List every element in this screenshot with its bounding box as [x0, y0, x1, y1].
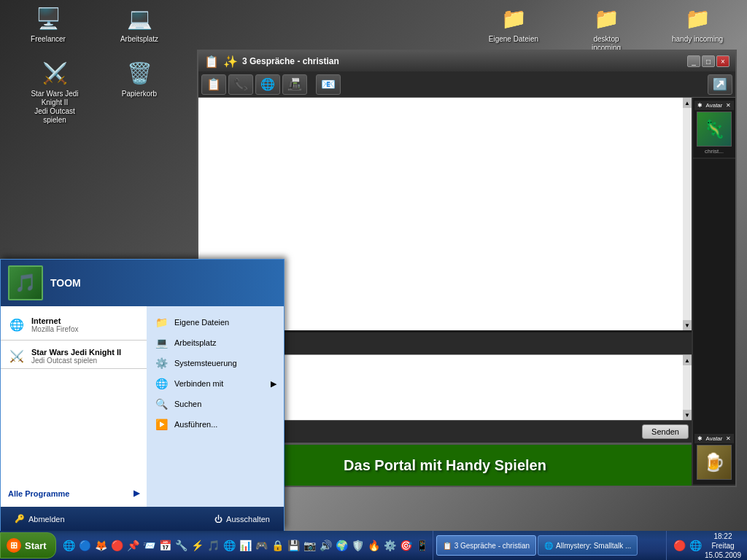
chat-sparkle: ✨ [223, 55, 238, 69]
ql-icon-17[interactable]: 🔊 [319, 538, 333, 553]
send-button[interactable]: Senden [642, 424, 689, 439]
ql-firefox[interactable]: 🌐 [62, 538, 77, 553]
ql-icon-12[interactable]: 📊 [239, 538, 253, 553]
clock-date: 15.05.2009 [705, 551, 741, 560]
ausfuehren-label: Ausführen... [174, 420, 217, 429]
ql-icon-20[interactable]: 🔥 [367, 538, 382, 553]
contact-1-avatar: 🦎 [697, 112, 732, 147]
ql-icon-21[interactable]: ⚙️ [383, 538, 398, 553]
ql-icon-23[interactable]: 📱 [415, 538, 430, 553]
right-suchen[interactable]: 🔍 Suchen [147, 394, 284, 414]
abmelden-label: Abmelden [28, 515, 65, 524]
start-menu-body: 🌐 Internet Mozilla Firefox ⚔️ Star Wars … [1, 306, 284, 507]
ql-icon-22[interactable]: 🎯 [399, 538, 414, 553]
task-allmystery[interactable]: 🌐 Allmystery: Smalltalk ... [538, 535, 638, 556]
desktop-icon-papierkorb[interactable]: 🗑️ Papierkorb [113, 58, 166, 98]
ql-icon-4[interactable]: 🔴 [110, 538, 125, 553]
desktop-icon-eigene-dateien[interactable]: 📁 Eigene Dateien [487, 4, 540, 44]
ql-icon-2[interactable]: 🔵 [78, 538, 93, 553]
abmelden-icon: 🔑 [15, 514, 25, 524]
right-ausfuehren[interactable]: ▶️ Ausführen... [147, 414, 284, 435]
close-button[interactable]: × [716, 55, 729, 67]
systemsteuerung-icon: ⚙️ [154, 356, 169, 370]
eigene-dateien-label: Eigene Dateien [174, 318, 229, 327]
right-eigene-dateien[interactable]: 📁 Eigene Dateien [147, 312, 284, 332]
contact-2-avatar: 🍺 [697, 445, 732, 480]
call-button[interactable]: 📞 [228, 74, 253, 95]
desktop-icon-freelancer[interactable]: 🖥️ Freelancer [22, 4, 74, 44]
contact-1-name: christ... [705, 148, 724, 155]
power-icon: ⏻ [214, 515, 222, 524]
firefox-label: Mozilla Firefox [31, 325, 139, 333]
minimize-button[interactable]: _ [687, 55, 700, 67]
taskbar-tasks: 📋 3 Gespräche - christian 🌐 Allmystery: … [433, 531, 666, 560]
desktop-icon-star-wars[interactable]: ⚔️ Star Wars Jedi Knight II Jedi Outcast… [22, 58, 88, 125]
ql-icon-6[interactable]: 📨 [142, 538, 157, 553]
right-systemsteuerung[interactable]: ⚙️ Systemsteuerung [147, 353, 284, 373]
ql-icon-8[interactable]: 🔧 [174, 538, 189, 553]
ql-icon-9[interactable]: ⚡ [190, 538, 205, 553]
user-avatar: 🎵 [8, 265, 43, 300]
desktop-icon-handy-incoming[interactable]: 📁 handy incoming [671, 4, 724, 44]
task-allmystery-icon: 🌐 [544, 542, 553, 550]
icon-label: Papierkorb [122, 90, 157, 98]
icon-label: handy incoming [672, 35, 723, 44]
ausschalten-button[interactable]: ⏻ Ausschalten [208, 512, 276, 526]
ql-icon-14[interactable]: 🔒 [271, 538, 285, 553]
menu-separator [1, 340, 147, 341]
desktop: 🖥️ Freelancer 💻 Arbeitsplatz ⚔️ Star War… [0, 0, 747, 560]
menu-item-star-wars[interactable]: ⚔️ Star Wars Jedi Knight II Jedi Outcast… [1, 343, 147, 368]
tray-icon-2[interactable]: 🌐 [689, 538, 703, 553]
ql-icon-18[interactable]: 🌍 [335, 538, 349, 553]
ql-icon-10[interactable]: 🎵 [206, 538, 221, 553]
star-wars-icon: ⚔️ [40, 58, 69, 88]
contact-2-header: ✱ Avatar ✕ [694, 434, 734, 443]
star-wars-menu-icon: ⚔️ [8, 347, 26, 365]
contact-1[interactable]: ✱ Avatar ✕ 🦎 christ... [693, 98, 735, 159]
desktop-icon-arbeitsplatz[interactable]: 💻 Arbeitsplatz [113, 4, 166, 44]
ql-icon-3[interactable]: 🦊 [94, 538, 109, 553]
task-allmystery-label: Allmystery: Smalltalk ... [556, 542, 631, 550]
user-name: TOOM [50, 277, 81, 289]
task-chat[interactable]: 📋 3 Gespräche - christian [436, 535, 536, 556]
ql-icon-16[interactable]: 📷 [303, 538, 317, 553]
icon-label: Arbeitsplatz [120, 35, 158, 44]
start-button[interactable]: ⊞ Start [0, 532, 56, 559]
handy-incoming-icon: 📁 [683, 4, 712, 33]
web-button[interactable]: 🌐 [255, 74, 280, 95]
chat-sidebar: ✱ Avatar ✕ 🦎 christ... ✱ Avatar ✕ [692, 98, 735, 486]
right-arbeitsplatz[interactable]: 💻 Arbeitsplatz [147, 332, 284, 353]
extra-button[interactable]: ↗️ [708, 74, 732, 95]
contact-2[interactable]: ✱ Avatar ✕ 🍺 [693, 431, 735, 486]
contact-1-avatar-label: Avatar [706, 102, 723, 109]
chat-title: 3 Gespräche - christian [242, 56, 683, 66]
start-menu-left: 🌐 Internet Mozilla Firefox ⚔️ Star Wars … [1, 306, 147, 507]
desktop-icon-desktop-incoming[interactable]: 📁 desktop incoming [580, 4, 632, 52]
right-verbinden[interactable]: 🌐 Verbinden mit ▶ [147, 373, 284, 394]
email-button[interactable]: 📧 [316, 74, 341, 95]
ql-icon-13[interactable]: 🎮 [255, 538, 269, 553]
taskbar-quick-launch: 🌐 🔵 🦊 🔴 📌 📨 📅 🔧 ⚡ 🎵 🌐 📊 🎮 🔒 💾 📷 🔊 🌍 🛡️ 🔥… [59, 531, 433, 560]
maximize-button[interactable]: □ [702, 55, 715, 67]
abmelden-button[interactable]: 🔑 Abmelden [8, 511, 71, 526]
chat-toolbar: 📋 📞 🌐 📠 📧 ↗️ [198, 71, 735, 98]
clock[interactable]: 18:22 Freitag 15.05.2009 [705, 532, 741, 560]
start-menu-right: 📁 Eigene Dateien 💻 Arbeitsplatz ⚙️ Syste… [147, 306, 284, 507]
ql-icon-19[interactable]: 🛡️ [351, 538, 365, 553]
contacts-button[interactable]: 📋 [201, 74, 226, 95]
fax-button[interactable]: 📠 [282, 74, 307, 95]
ql-icon-5[interactable]: 📌 [126, 538, 141, 553]
task-chat-label: 3 Gespräche - christian [454, 542, 530, 550]
menu-item-internet[interactable]: 🌐 Internet Mozilla Firefox [1, 312, 147, 337]
eigene-dateien-icon: 📁 [499, 4, 528, 33]
tray-icon-1[interactable]: 🔴 [673, 538, 687, 553]
all-programs-button[interactable]: Alle Programme ▶ [1, 486, 147, 501]
icon-label: Eigene Dateien [489, 35, 538, 44]
ql-icon-7[interactable]: 📅 [158, 538, 173, 553]
ql-icon-15[interactable]: 💾 [287, 538, 301, 553]
banner-content: Das Portal mit Handy Spielen [336, 457, 554, 474]
start-label: Start [25, 540, 47, 551]
ausschalten-label: Ausschalten [226, 515, 270, 524]
ausfuehren-icon: ▶️ [154, 417, 169, 432]
ql-icon-11[interactable]: 🌐 [222, 538, 237, 553]
